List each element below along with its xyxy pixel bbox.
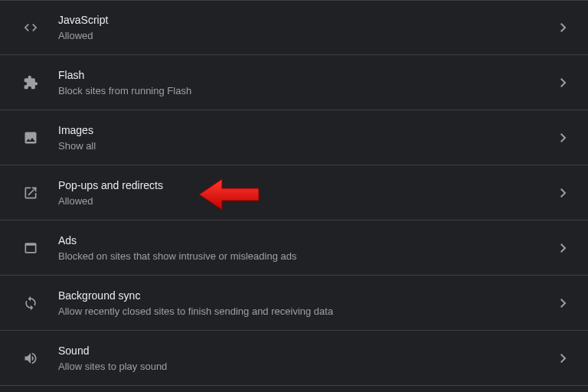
setting-row-images[interactable]: Images Show all: [0, 110, 588, 165]
chevron-right-icon: [554, 243, 573, 253]
setting-text: Background sync Allow recently closed si…: [46, 288, 554, 318]
sound-icon: [15, 351, 46, 366]
setting-title: Images: [58, 122, 554, 138]
setting-subtitle: Allowed: [58, 194, 554, 208]
setting-text: JavaScript Allowed: [46, 12, 554, 43]
setting-title: Background sync: [58, 288, 554, 303]
setting-subtitle: Allow recently closed sites to finish se…: [58, 305, 554, 318]
image-icon: [15, 130, 46, 145]
setting-row-sound[interactable]: Sound Allow sites to play sound: [0, 331, 588, 386]
setting-title: JavaScript: [58, 12, 554, 28]
puzzle-icon: [15, 75, 46, 90]
setting-subtitle: Allowed: [58, 29, 554, 43]
setting-subtitle: Show all: [58, 139, 554, 153]
setting-subtitle: Allow sites to play sound: [58, 360, 554, 374]
setting-text: Images Show all: [46, 122, 554, 153]
popup-icon: [15, 185, 46, 201]
chevron-right-icon: [554, 23, 573, 32]
setting-text: Pop-ups and redirects Allowed: [46, 178, 554, 208]
chevron-right-icon: [554, 78, 573, 87]
setting-text: Ads Blocked on sites that show intrusive…: [46, 233, 554, 263]
setting-row-ads[interactable]: Ads Blocked on sites that show intrusive…: [0, 220, 588, 276]
setting-row-background-sync[interactable]: Background sync Allow recently closed si…: [0, 276, 588, 331]
setting-title: Sound: [58, 343, 554, 358]
setting-title: Ads: [58, 233, 554, 248]
setting-row-javascript[interactable]: JavaScript Allowed: [0, 0, 588, 55]
setting-row-flash[interactable]: Flash Block sites from running Flash: [0, 55, 588, 110]
setting-subtitle: Block sites from running Flash: [58, 84, 554, 98]
setting-title: Flash: [58, 67, 554, 83]
setting-text: Sound Allow sites to play sound: [46, 343, 554, 374]
sync-icon: [15, 296, 46, 311]
site-settings-list: JavaScript Allowed Flash Block sites fro…: [0, 0, 588, 386]
setting-text: Flash Block sites from running Flash: [46, 67, 554, 98]
setting-row-popups[interactable]: Pop-ups and redirects Allowed: [0, 165, 588, 220]
chevron-right-icon: [554, 188, 573, 198]
chevron-right-icon: [554, 133, 573, 142]
setting-subtitle: Blocked on sites that show intrusive or …: [58, 250, 554, 263]
code-icon: [15, 20, 46, 35]
setting-title: Pop-ups and redirects: [58, 178, 554, 193]
chevron-right-icon: [554, 299, 573, 308]
chevron-right-icon: [554, 354, 573, 363]
rect-icon: [15, 240, 46, 256]
